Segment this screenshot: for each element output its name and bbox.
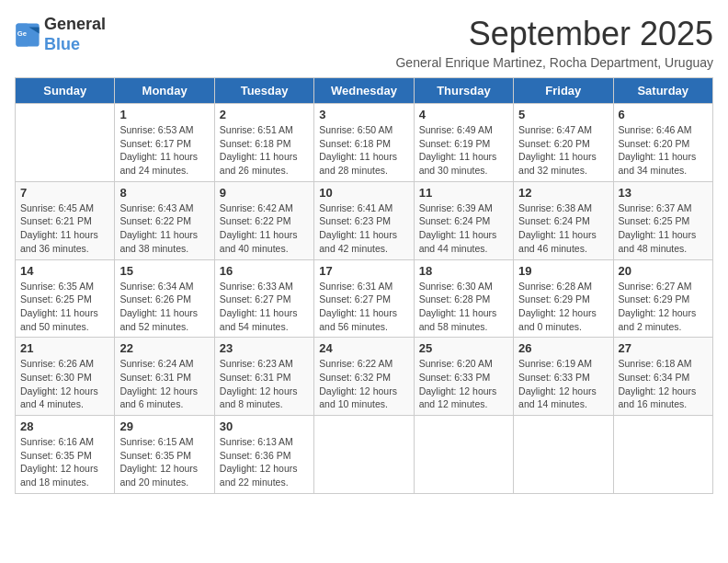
calendar-cell: 28Sunrise: 6:16 AM Sunset: 6:35 PM Dayli…: [16, 416, 115, 494]
calendar-cell: 24Sunrise: 6:22 AM Sunset: 6:32 PM Dayli…: [314, 338, 414, 416]
calendar-subtitle: General Enrique Martinez, Rocha Departme…: [395, 55, 713, 70]
day-number: 1: [119, 108, 209, 121]
day-number: 14: [20, 264, 109, 278]
day-number: 21: [20, 341, 109, 355]
column-header-monday: Monday: [115, 78, 214, 104]
day-number: 22: [119, 341, 209, 355]
day-info: Sunrise: 6:51 AM Sunset: 6:18 PM Dayligh…: [220, 123, 309, 178]
day-info: Sunrise: 6:34 AM Sunset: 6:26 PM Dayligh…: [119, 280, 209, 334]
calendar-week-4: 21Sunrise: 6:26 AM Sunset: 6:30 PM Dayli…: [16, 338, 713, 416]
day-info: Sunrise: 6:28 AM Sunset: 6:29 PM Dayligh…: [518, 280, 608, 334]
calendar-cell: 30Sunrise: 6:13 AM Sunset: 6:36 PM Dayli…: [214, 416, 313, 494]
logo-line2: Blue: [44, 35, 106, 55]
calendar-week-1: 1Sunrise: 6:53 AM Sunset: 6:17 PM Daylig…: [16, 104, 713, 182]
day-number: 17: [319, 264, 408, 278]
day-info: Sunrise: 6:35 AM Sunset: 6:25 PM Dayligh…: [20, 280, 109, 334]
calendar-cell: [314, 416, 414, 494]
day-info: Sunrise: 6:18 AM Sunset: 6:34 PM Dayligh…: [619, 357, 708, 411]
day-info: Sunrise: 6:30 AM Sunset: 6:28 PM Dayligh…: [419, 280, 508, 334]
day-number: 16: [220, 264, 309, 278]
day-number: 9: [220, 186, 309, 200]
calendar-header-row: SundayMondayTuesdayWednesdayThursdayFrid…: [16, 78, 713, 104]
day-number: 15: [119, 264, 209, 278]
day-number: 28: [20, 419, 109, 433]
logo-icon: Ge: [15, 22, 40, 48]
calendar-cell: 29Sunrise: 6:15 AM Sunset: 6:35 PM Dayli…: [115, 416, 214, 494]
calendar-cell: 10Sunrise: 6:41 AM Sunset: 6:23 PM Dayli…: [314, 181, 414, 259]
calendar-cell: 26Sunrise: 6:19 AM Sunset: 6:33 PM Dayli…: [514, 338, 613, 416]
logo: Ge General Blue: [15, 15, 106, 54]
day-info: Sunrise: 6:45 AM Sunset: 6:21 PM Dayligh…: [20, 201, 109, 256]
calendar-cell: 19Sunrise: 6:28 AM Sunset: 6:29 PM Dayli…: [514, 259, 613, 338]
calendar-week-2: 7Sunrise: 6:45 AM Sunset: 6:21 PM Daylig…: [16, 181, 713, 259]
day-number: 20: [619, 264, 708, 278]
day-number: 23: [220, 341, 309, 355]
day-number: 13: [619, 186, 708, 200]
logo-text: General Blue: [44, 15, 106, 54]
day-number: 10: [319, 186, 408, 200]
calendar-cell: 21Sunrise: 6:26 AM Sunset: 6:30 PM Dayli…: [16, 338, 115, 416]
column-header-friday: Friday: [514, 78, 613, 104]
calendar-cell: 9Sunrise: 6:42 AM Sunset: 6:22 PM Daylig…: [214, 181, 313, 259]
column-header-tuesday: Tuesday: [214, 78, 313, 104]
calendar-cell: 2Sunrise: 6:51 AM Sunset: 6:18 PM Daylig…: [214, 104, 313, 182]
day-info: Sunrise: 6:24 AM Sunset: 6:31 PM Dayligh…: [119, 357, 209, 411]
day-number: 5: [518, 108, 608, 121]
calendar-cell: 5Sunrise: 6:47 AM Sunset: 6:20 PM Daylig…: [514, 104, 613, 182]
calendar-week-3: 14Sunrise: 6:35 AM Sunset: 6:25 PM Dayli…: [16, 259, 713, 338]
calendar-cell: 25Sunrise: 6:20 AM Sunset: 6:33 PM Dayli…: [414, 338, 513, 416]
day-number: 2: [220, 108, 309, 121]
day-number: 18: [419, 264, 508, 278]
title-block: September 2025 General Enrique Martinez,…: [395, 15, 713, 70]
calendar-cell: 3Sunrise: 6:50 AM Sunset: 6:18 PM Daylig…: [314, 104, 414, 182]
calendar-cell: 8Sunrise: 6:43 AM Sunset: 6:22 PM Daylig…: [115, 181, 214, 259]
day-info: Sunrise: 6:23 AM Sunset: 6:31 PM Dayligh…: [220, 357, 309, 411]
day-info: Sunrise: 6:33 AM Sunset: 6:27 PM Dayligh…: [220, 280, 309, 334]
day-info: Sunrise: 6:46 AM Sunset: 6:20 PM Dayligh…: [619, 123, 708, 178]
calendar-cell: [514, 416, 613, 494]
day-info: Sunrise: 6:39 AM Sunset: 6:24 PM Dayligh…: [419, 201, 508, 256]
day-number: 3: [319, 108, 408, 121]
calendar-cell: [613, 416, 712, 494]
day-number: 7: [20, 186, 109, 200]
day-number: 27: [619, 341, 708, 355]
calendar-cell: [414, 416, 513, 494]
column-header-sunday: Sunday: [16, 78, 115, 104]
calendar-cell: 18Sunrise: 6:30 AM Sunset: 6:28 PM Dayli…: [414, 259, 513, 338]
calendar-cell: 14Sunrise: 6:35 AM Sunset: 6:25 PM Dayli…: [16, 259, 115, 338]
logo-line1: General: [44, 15, 106, 35]
day-info: Sunrise: 6:26 AM Sunset: 6:30 PM Dayligh…: [20, 357, 109, 411]
day-info: Sunrise: 6:37 AM Sunset: 6:25 PM Dayligh…: [619, 201, 708, 256]
svg-text:Ge: Ge: [17, 29, 28, 38]
day-number: 8: [119, 186, 209, 200]
column-header-wednesday: Wednesday: [314, 78, 414, 104]
day-info: Sunrise: 6:41 AM Sunset: 6:23 PM Dayligh…: [319, 201, 408, 256]
day-number: 12: [518, 186, 608, 200]
calendar-body: 1Sunrise: 6:53 AM Sunset: 6:17 PM Daylig…: [16, 104, 713, 494]
day-info: Sunrise: 6:50 AM Sunset: 6:18 PM Dayligh…: [319, 123, 408, 178]
calendar-cell: 13Sunrise: 6:37 AM Sunset: 6:25 PM Dayli…: [613, 181, 712, 259]
day-info: Sunrise: 6:43 AM Sunset: 6:22 PM Dayligh…: [119, 201, 209, 256]
calendar-cell: 17Sunrise: 6:31 AM Sunset: 6:27 PM Dayli…: [314, 259, 414, 338]
calendar-cell: 6Sunrise: 6:46 AM Sunset: 6:20 PM Daylig…: [613, 104, 712, 182]
day-info: Sunrise: 6:47 AM Sunset: 6:20 PM Dayligh…: [518, 123, 608, 178]
day-info: Sunrise: 6:49 AM Sunset: 6:19 PM Dayligh…: [419, 123, 508, 178]
calendar-cell: 1Sunrise: 6:53 AM Sunset: 6:17 PM Daylig…: [115, 104, 214, 182]
calendar-table: SundayMondayTuesdayWednesdayThursdayFrid…: [15, 77, 713, 494]
calendar-cell: 12Sunrise: 6:38 AM Sunset: 6:24 PM Dayli…: [514, 181, 613, 259]
day-info: Sunrise: 6:53 AM Sunset: 6:17 PM Dayligh…: [119, 123, 209, 178]
page-header: Ge General Blue September 2025 General E…: [15, 15, 713, 70]
calendar-cell: 15Sunrise: 6:34 AM Sunset: 6:26 PM Dayli…: [115, 259, 214, 338]
day-number: 6: [619, 108, 708, 121]
day-info: Sunrise: 6:42 AM Sunset: 6:22 PM Dayligh…: [220, 201, 309, 256]
day-info: Sunrise: 6:13 AM Sunset: 6:36 PM Dayligh…: [220, 435, 309, 489]
day-info: Sunrise: 6:38 AM Sunset: 6:24 PM Dayligh…: [518, 201, 608, 256]
day-number: 24: [319, 341, 408, 355]
calendar-cell: [16, 104, 115, 182]
day-number: 30: [220, 419, 309, 433]
day-info: Sunrise: 6:20 AM Sunset: 6:33 PM Dayligh…: [419, 357, 508, 411]
calendar-cell: 22Sunrise: 6:24 AM Sunset: 6:31 PM Dayli…: [115, 338, 214, 416]
day-info: Sunrise: 6:19 AM Sunset: 6:33 PM Dayligh…: [518, 357, 608, 411]
calendar-cell: 4Sunrise: 6:49 AM Sunset: 6:19 PM Daylig…: [414, 104, 513, 182]
day-number: 19: [518, 264, 608, 278]
